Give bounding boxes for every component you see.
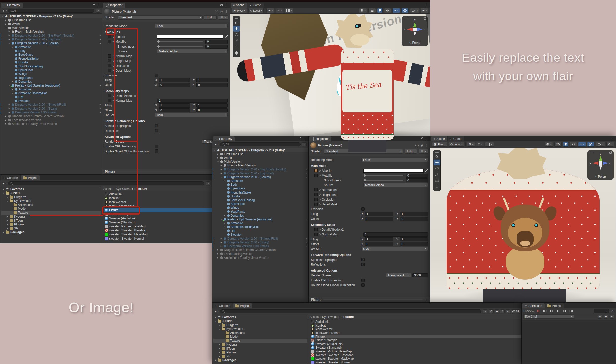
- asset-row[interactable]: sweater_Sweater_Normal: [104, 237, 212, 241]
- hierarchy-row[interactable]: Dragon Rider / Umbra Geared Version ›: [212, 248, 308, 252]
- expand-arrow-icon[interactable]: [11, 92, 14, 94]
- hierarchy-row[interactable]: Dynamics ›: [212, 213, 308, 217]
- camera-button[interactable]: ▾: [410, 8, 419, 13]
- prefab-open-chevron[interactable]: ›: [100, 84, 101, 87]
- metallic-texture-slot[interactable]: [314, 174, 318, 177]
- hand-tool-button[interactable]: [233, 20, 240, 26]
- transform-tool-button[interactable]: [434, 184, 440, 190]
- last-frame-button[interactable]: [569, 309, 574, 313]
- z-axis-cone[interactable]: [417, 28, 423, 31]
- expand-arrow-icon[interactable]: [6, 223, 9, 225]
- occlusion-slot[interactable]: [314, 198, 318, 201]
- normal-map-slot[interactable]: [314, 188, 318, 191]
- folder-row[interactable]: lilToon: [213, 347, 307, 351]
- kebab-menu-icon[interactable]: ⋮: [425, 3, 428, 7]
- hand-tool-button[interactable]: [434, 154, 440, 159]
- hierarchy-row[interactable]: Prefab - Kyd Sweater (AudioLink) ›: [212, 217, 308, 221]
- hierarchy-row[interactable]: AudioLink / Furality Umra Version ›: [0, 122, 102, 126]
- gizmo-center-cube[interactable]: [599, 161, 602, 165]
- audio-mute-button[interactable]: [570, 142, 577, 147]
- asset-row[interactable]: IconHat: [311, 324, 521, 328]
- asset-row[interactable]: Sweater (Standard): [311, 346, 521, 350]
- hierarchy-row[interactable]: Durgarra Version 2.20 - (Big Floof) ›: [0, 37, 102, 41]
- tab-project[interactable]: Project: [233, 303, 252, 308]
- hierarchy-search-input[interactable]: All: [220, 142, 301, 146]
- rotate-tool-button[interactable]: [233, 32, 240, 38]
- smoothness-value-field[interactable]: 0: [205, 45, 228, 49]
- folder-row[interactable]: Animations: [213, 331, 307, 335]
- hierarchy-row[interactable]: Room - Main Version ›: [0, 30, 102, 34]
- double-sided-gi-checkbox[interactable]: [155, 149, 158, 153]
- tab-hierarchy[interactable]: ☰ Hierarchy: [213, 136, 235, 141]
- first-frame-button[interactable]: [542, 309, 547, 313]
- scene-viewport-b[interactable]: x y z < Persp: [430, 148, 616, 302]
- prefab-open-chevron[interactable]: ›: [306, 237, 307, 240]
- preview-button[interactable]: Preview: [523, 309, 534, 313]
- gizmo-drag-handle[interactable]: [404, 18, 408, 19]
- specular-highlights-checkbox[interactable]: [155, 124, 158, 127]
- gpu-instancing-checkbox[interactable]: [361, 279, 365, 282]
- expand-arrow-icon[interactable]: [8, 111, 11, 113]
- double-sided-gi-checkbox[interactable]: [361, 283, 365, 287]
- asset-row[interactable]: Sweater (AudioLink): [311, 342, 521, 346]
- hierarchy-row[interactable]: SpikeFloof ›: [212, 202, 308, 206]
- offset-x-field[interactable]: 0: [365, 217, 393, 221]
- hierarchy-row[interactable]: Hat ›: [212, 229, 308, 233]
- secondary-normal-slot[interactable]: [314, 233, 318, 236]
- hierarchy-row[interactable]: Deergarra Version 1.30 Xmass ›: [0, 111, 102, 114]
- expand-arrow-icon[interactable]: [217, 153, 219, 155]
- tab-hierarchy[interactable]: ☰ Hierarchy: [1, 3, 23, 8]
- create-menu-button[interactable]: ＋▾: [214, 309, 219, 314]
- rect-tool-button[interactable]: [434, 178, 440, 184]
- hierarchy-row[interactable]: Durgarra Version 2.00 - (Scaly) ›: [0, 107, 102, 111]
- tab-inspector[interactable]: i Inspector: [309, 136, 331, 141]
- hierarchy-row[interactable]: Durgarra Version 2.00 - (Spikey) ›: [212, 175, 308, 179]
- folder-row[interactable]: Assets: [1, 191, 101, 195]
- expand-arrow-icon[interactable]: [2, 188, 5, 190]
- prefab-open-chevron[interactable]: ›: [306, 168, 307, 171]
- metallic-value-field[interactable]: 0: [406, 174, 428, 178]
- y-axis-cone[interactable]: [599, 156, 602, 161]
- previous-key-button[interactable]: [549, 309, 554, 313]
- expand-arrow-icon[interactable]: [217, 253, 219, 255]
- expand-arrow-icon[interactable]: [5, 119, 7, 121]
- z-axis-cone[interactable]: [603, 161, 608, 165]
- reflections-checkbox[interactable]: [361, 263, 365, 266]
- expand-arrow-icon[interactable]: [5, 123, 7, 125]
- expand-arrow-icon[interactable]: [217, 157, 219, 159]
- hierarchy-row[interactable]: YogaPants ›: [212, 210, 308, 213]
- add-keyframe-icon[interactable]: ◆: [604, 315, 608, 319]
- label-filter-icon[interactable]: ◆: [495, 309, 499, 313]
- prefab-open-chevron[interactable]: ›: [306, 241, 307, 244]
- expand-arrow-icon[interactable]: [11, 88, 14, 90]
- hierarchy-row[interactable]: World ›: [212, 156, 308, 160]
- play-button[interactable]: [556, 309, 561, 313]
- expand-arrow-icon[interactable]: [5, 23, 7, 25]
- pivot-toggle-button[interactable]: ▣Pivot▾: [232, 8, 247, 13]
- create-menu-button[interactable]: ＋▾: [214, 142, 219, 147]
- hierarchy-search-input[interactable]: All: [8, 9, 94, 13]
- expand-arrow-icon[interactable]: [217, 257, 219, 259]
- perspective-label[interactable]: < Persp: [587, 175, 614, 178]
- detail-mask-slot[interactable]: [314, 203, 318, 206]
- folder-row[interactable]: Kyderra: [213, 343, 307, 347]
- render-queue-dropdown[interactable]: Transparent▾: [386, 273, 411, 277]
- folder-row[interactable]: Animations: [1, 203, 101, 207]
- smoothness-slider[interactable]: [158, 46, 203, 47]
- lighting-toggle-button[interactable]: [563, 142, 568, 147]
- rect-tool-button[interactable]: [233, 44, 240, 50]
- expand-arrow-icon[interactable]: [223, 226, 226, 228]
- expand-arrow-icon[interactable]: [11, 81, 14, 83]
- metallic-slider[interactable]: [158, 41, 203, 42]
- lighting-toggle-button[interactable]: [377, 8, 383, 13]
- next-key-button[interactable]: [562, 309, 567, 313]
- prefab-open-chevron[interactable]: ›: [306, 245, 307, 248]
- hierarchy-row[interactable]: FaceTracking Version ›: [212, 252, 308, 256]
- asset-row[interactable]: sweater_Sweater_MaskMap: [311, 357, 521, 361]
- kebab-menu-icon[interactable]: ⋮: [225, 3, 228, 7]
- hierarchy-row[interactable]: Body ›: [0, 49, 102, 53]
- expand-arrow-icon[interactable]: [6, 196, 9, 198]
- asset-row[interactable]: IconHat: [104, 196, 212, 200]
- shader-menu-button[interactable]: ☰ ▾: [419, 149, 428, 154]
- lock-icon[interactable]: [299, 138, 301, 140]
